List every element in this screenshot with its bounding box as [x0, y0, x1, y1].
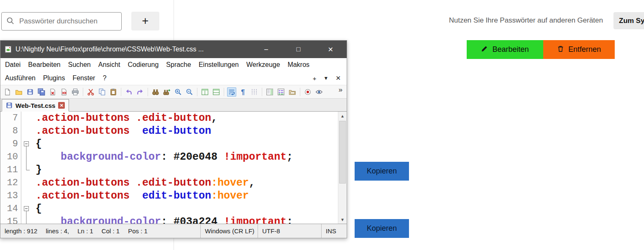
paste-icon[interactable]	[109, 87, 118, 97]
zoom-in-icon[interactable]	[174, 87, 183, 97]
open-file-icon[interactable]	[14, 87, 23, 97]
edit-button[interactable]: Bearbeiten	[467, 40, 543, 59]
status-eol: Windows (CR LF)	[200, 224, 258, 238]
code-line[interactable]: 9{	[0, 138, 347, 151]
menu-item-plugins[interactable]: Plugins	[39, 74, 69, 82]
status-lines: lines : 4,	[46, 227, 69, 235]
close-tab-icon[interactable]: ✕	[335, 74, 341, 82]
tab-close-icon[interactable]: ✕	[58, 102, 65, 109]
line-number: 11	[0, 163, 21, 176]
word-wrap-icon[interactable]	[227, 87, 236, 97]
menu-item-suchen[interactable]: Suchen	[64, 61, 95, 69]
undo-icon[interactable]	[124, 87, 133, 97]
folder-workspace-icon[interactable]	[288, 87, 297, 97]
tab-web-test-css[interactable]: Web-Test.css ✕	[2, 99, 69, 112]
title-bar[interactable]: U:\Nightly Neu\Firefox\profile\chrome\CS…	[0, 41, 347, 58]
macro-record-icon[interactable]	[303, 87, 312, 97]
code-text: background-color: #03a224 !important;	[31, 215, 293, 224]
editor-lines: 7.action-buttons .edit-button,8.action-b…	[0, 112, 347, 224]
password-search	[1, 12, 122, 31]
code-line[interactable]: 8.action-buttons edit-button	[0, 125, 347, 138]
code-text: .action-buttons edit-button:hover	[31, 189, 249, 202]
sync-vertical-icon[interactable]	[200, 87, 210, 97]
window-controls: – □ ✕	[250, 41, 347, 58]
fold-margin	[21, 189, 31, 202]
doc-map-icon[interactable]	[265, 87, 274, 97]
menu-item-sprache[interactable]: Sprache	[162, 61, 195, 69]
fold-margin	[21, 125, 31, 138]
find-icon[interactable]	[151, 87, 160, 97]
print-icon[interactable]	[71, 87, 80, 97]
monitoring-icon[interactable]	[314, 87, 324, 97]
replace-icon[interactable]	[162, 87, 171, 97]
save-all-icon[interactable]	[37, 87, 46, 97]
toolbar-separator	[148, 88, 148, 96]
code-text: background-color: #20e048 !important;	[31, 151, 293, 163]
status-encoding: UTF-8	[258, 224, 321, 238]
fold-box-icon[interactable]	[21, 202, 31, 215]
close-all-icon[interactable]	[59, 87, 69, 97]
redo-icon[interactable]	[135, 87, 145, 97]
menu-item-makros[interactable]: Makros	[284, 61, 313, 69]
line-number: 7	[0, 112, 21, 125]
window-title: U:\Nightly Neu\Firefox\profile\chrome\CS…	[15, 46, 204, 53]
fold-box-icon[interactable]	[21, 138, 31, 151]
code-line[interactable]: 15 background-color: #03a224 !important;	[0, 215, 347, 224]
line-number: 9	[0, 138, 21, 151]
function-list-icon[interactable]	[276, 87, 286, 97]
code-line[interactable]: 10 background-color: #20e048 !important;	[0, 151, 347, 163]
tab-list-dropdown-icon[interactable]: ▼	[324, 75, 329, 81]
maximize-icon[interactable]: □	[282, 41, 314, 58]
menu-item-einstellungen[interactable]: Einstellungen	[195, 61, 243, 69]
copy-password-button[interactable]: Kopieren	[355, 219, 409, 238]
scroll-up-icon[interactable]: ▲	[338, 112, 347, 120]
search-input[interactable]	[1, 12, 122, 31]
sync-button[interactable]: Zum Sy	[613, 12, 644, 29]
show-all-characters-icon[interactable]: ¶	[238, 87, 248, 97]
fold-line-icon	[21, 151, 31, 163]
code-line[interactable]: 14{	[0, 202, 347, 215]
menu-item-codierung[interactable]: Codierung	[124, 61, 162, 69]
status-insert-mode[interactable]: INS	[321, 224, 347, 238]
editor[interactable]: 7.action-buttons .edit-button,8.action-b…	[0, 112, 347, 224]
indent-guide-icon[interactable]	[250, 87, 259, 97]
svg-text:¶: ¶	[241, 88, 245, 95]
code-text: .action-buttons .edit-button,	[31, 112, 217, 125]
code-text: .action-buttons edit-button	[31, 125, 211, 138]
menu-item-werkzeuge[interactable]: Werkzeuge	[243, 61, 284, 69]
minimize-icon[interactable]: –	[250, 41, 282, 58]
menu-item-bearbeiten[interactable]: Bearbeiten	[24, 61, 64, 69]
fold-margin	[21, 112, 31, 125]
line-number: 12	[0, 176, 21, 189]
cut-icon[interactable]	[86, 87, 95, 97]
code-line[interactable]: 7.action-buttons .edit-button,	[0, 112, 347, 125]
remove-button[interactable]: Entfernen	[543, 40, 615, 59]
fold-margin	[21, 176, 31, 189]
close-file-icon[interactable]	[48, 87, 57, 97]
menu-item-ansicht[interactable]: Ansicht	[95, 61, 124, 69]
menu-item-?[interactable]: ?	[99, 74, 110, 82]
close-icon[interactable]: ✕	[314, 41, 347, 58]
save-icon[interactable]	[26, 87, 35, 97]
menu-item-datei[interactable]: Datei	[1, 61, 24, 69]
toolbar-overflow-icon[interactable]: »	[339, 85, 344, 94]
menu-item-fenster[interactable]: Fenster	[69, 74, 99, 82]
zoom-out-icon[interactable]	[185, 87, 194, 97]
copy-icon[interactable]	[97, 87, 107, 97]
line-number: 13	[0, 189, 21, 202]
copy-username-button[interactable]: Kopieren	[355, 162, 409, 181]
scrollbar-thumb[interactable]	[339, 121, 346, 184]
code-line[interactable]: 12.action-buttons .edit-button:hover,	[0, 176, 347, 189]
code-line[interactable]: 11}	[0, 163, 347, 176]
new-file-icon[interactable]	[3, 87, 12, 97]
menu-row-2: AusführenPluginsFenster?	[1, 74, 110, 82]
toolbar: ¶ »	[0, 85, 347, 99]
sync-horizontal-icon[interactable]	[212, 87, 221, 97]
scroll-down-icon[interactable]: ▼	[338, 215, 347, 224]
editor-scrollbar[interactable]: ▲ ▼	[338, 112, 347, 224]
code-line[interactable]: 13.action-buttons edit-button:hover	[0, 189, 347, 202]
trash-icon	[557, 45, 564, 54]
new-tab-icon[interactable]: +	[313, 75, 317, 82]
add-login-button[interactable]: +	[131, 12, 159, 31]
menu-item-ausfhren[interactable]: Ausführen	[1, 74, 39, 82]
